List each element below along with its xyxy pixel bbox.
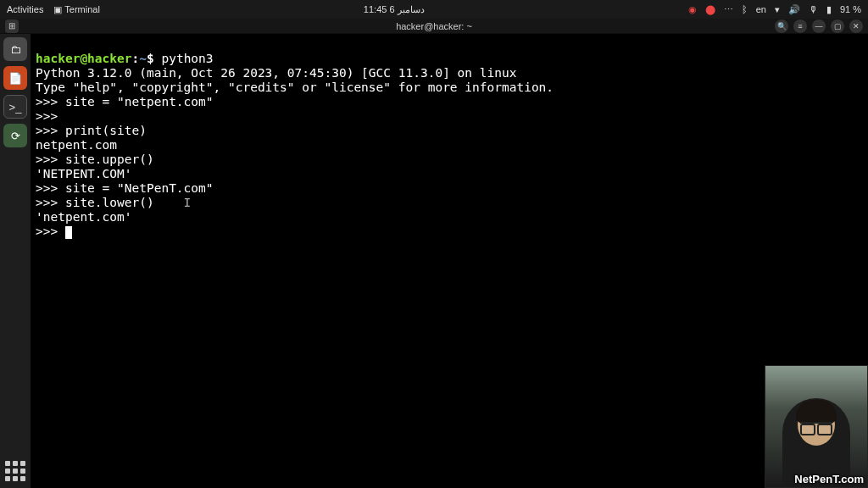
terminal-icon: ▣ — [53, 4, 62, 14]
record-icon: ◉ — [688, 4, 697, 15]
minimize-button[interactable]: — — [812, 19, 826, 33]
repl-output: netpent.com — [36, 138, 117, 152]
battery-icon: ▮ — [826, 4, 832, 15]
window-titlebar: ⊞ hacker@hacker: ~ 🔍 ≡ — ▢ ✕ — [0, 19, 868, 34]
repl-line: >>> site = "NetPenT.com" — [36, 181, 214, 195]
mic-icon: 🎙 — [809, 4, 818, 14]
repl-prompt-current: >>> — [36, 225, 65, 238]
repl-line: >>> — [36, 109, 65, 123]
gnome-top-panel: Activities ▣ Terminal 11:45 دسامبر 6 ◉ ⬤… — [0, 0, 868, 19]
app-menu[interactable]: ▣ Terminal — [53, 4, 99, 15]
webcam-overlay: NetPenT.com — [765, 365, 868, 488]
python-banner-1: Python 3.12.0 (main, Oct 26 2023, 07:45:… — [36, 66, 516, 80]
repl-output: 'netpent.com' — [36, 210, 132, 224]
dock-terminal-icon[interactable]: >_ — [3, 95, 27, 119]
close-button[interactable]: ✕ — [849, 19, 863, 33]
new-tab-button[interactable]: ⊞ — [5, 19, 19, 33]
battery-percent: 91 % — [840, 4, 861, 14]
activities-button[interactable]: Activities — [7, 4, 43, 14]
dock-files-icon[interactable]: 🗀 — [3, 37, 27, 61]
dock: 🗀 📄 >_ ⟳ — [0, 34, 31, 147]
repl-line: >>> site.lower() — [36, 196, 154, 209]
tray-dots-icon: ⋯ — [724, 4, 733, 15]
watermark: NetPenT.com — [794, 473, 864, 485]
prompt-user: hacker@hacker — [36, 52, 132, 65]
python-banner-2: Type "help", "copyright", "credits" or "… — [36, 80, 554, 94]
repl-output: 'NETPENT.COM' — [36, 167, 132, 180]
window-title: hacker@hacker: ~ — [396, 21, 472, 31]
repl-line: >>> site.upper() — [36, 152, 154, 166]
system-tray[interactable]: ◉ ⬤ ⋯ ᛒ en ▾ 🔊 🎙 ▮ 91 % — [688, 4, 861, 15]
wifi-icon: ▾ — [775, 4, 780, 15]
dock-update-icon[interactable]: ⟳ — [3, 124, 27, 147]
terminal-viewport[interactable]: hacker@hacker:~$ python3 Python 3.12.0 (… — [31, 34, 868, 488]
stop-icon: ⬤ — [705, 4, 715, 15]
clock[interactable]: 11:45 دسامبر 6 — [100, 4, 688, 15]
dock-libreoffice-icon[interactable]: 📄 — [3, 66, 27, 90]
language-indicator[interactable]: en — [756, 4, 766, 14]
volume-icon: 🔊 — [788, 4, 800, 15]
maximize-button[interactable]: ▢ — [831, 19, 844, 33]
app-menu-label: Terminal — [64, 4, 100, 14]
show-applications-button[interactable] — [5, 461, 25, 481]
text-cursor-ibeam: I — [184, 196, 192, 209]
repl-line: >>> site = "netpent.com" — [36, 95, 214, 108]
block-cursor — [65, 226, 72, 239]
shell-command: python3 — [161, 52, 213, 65]
bluetooth-icon: ᛒ — [742, 4, 748, 14]
prompt-path: ~ — [139, 52, 147, 65]
search-button[interactable]: 🔍 — [775, 19, 788, 33]
menu-button[interactable]: ≡ — [793, 19, 807, 33]
repl-line: >>> print(site) — [36, 124, 147, 137]
